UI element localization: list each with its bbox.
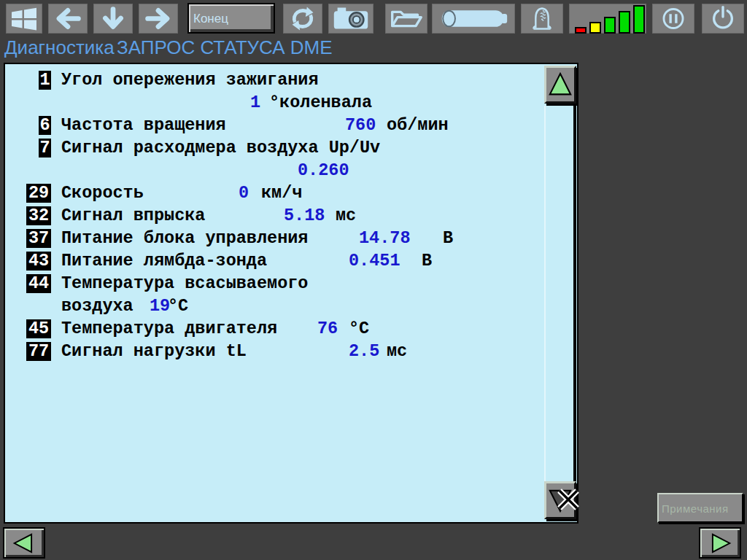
status-label: Питание лямбда-зонда — [61, 249, 267, 272]
status-row: 45Температура двигателя76°C — [5, 317, 543, 340]
signal-bar — [633, 5, 645, 34]
power-icon — [703, 4, 743, 34]
folder-icon — [386, 4, 427, 34]
status-value: 5.18 — [284, 204, 325, 227]
pause-button[interactable] — [652, 4, 694, 34]
status-row: 32Сигнал впрыска5.18мс — [5, 204, 543, 227]
status-row-number: 43 — [26, 252, 51, 271]
status-row: воздуха19°C — [5, 295, 543, 317]
status-label: Сигнал впрыска — [61, 204, 205, 227]
signal-bars-icon — [570, 4, 645, 34]
signal-level-button[interactable] — [569, 4, 646, 34]
arrow-down-icon — [94, 4, 132, 34]
status-value: 1 — [250, 91, 260, 114]
power-button[interactable] — [702, 4, 744, 34]
status-row: 1°коленвала — [5, 91, 543, 114]
windows-icon — [8, 4, 40, 34]
notes-button[interactable]: Примечания — [657, 493, 743, 523]
status-list: 1Угол опережения зажигания1°коленвала6Ча… — [5, 64, 543, 522]
cylinder-button[interactable] — [432, 4, 515, 34]
cylinder-icon — [433, 4, 514, 34]
status-value: 0 — [239, 182, 249, 204]
status-label: км/ч — [261, 182, 302, 204]
scroll-track[interactable] — [544, 106, 576, 516]
page-title-function: ЗАПРОС СТАТУСА DME — [117, 36, 333, 59]
status-row-number: 45 — [26, 319, 51, 338]
status-row: 29Скорость0км/ч — [5, 182, 543, 204]
open-file-button[interactable] — [385, 4, 427, 34]
signal-bar — [575, 27, 587, 34]
status-row: 6Частота вращения760об/мин — [5, 114, 543, 136]
breadcrumb: Диагностика ЗАПРОС СТАТУСА DME — [4, 36, 588, 60]
status-row: 1Угол опережения зажигания — [5, 69, 543, 91]
refresh-icon — [284, 4, 322, 34]
status-value: 0.451 — [349, 249, 400, 272]
status-value: 0.260 — [298, 159, 349, 182]
previous-page-button[interactable] — [3, 527, 45, 559]
status-panel: 1Угол опережения зажигания1°коленвала6Ча… — [4, 63, 578, 524]
status-label: Сигнал расходмера воздуха Up/Uv — [61, 136, 380, 159]
status-row-number: 32 — [26, 206, 51, 225]
arrow-right-icon — [139, 4, 177, 34]
status-row-number: 6 — [39, 116, 51, 135]
status-label: В — [443, 227, 453, 249]
back-button[interactable] — [48, 4, 88, 34]
probe-button[interactable] — [521, 4, 563, 34]
status-row-number: 29 — [26, 184, 51, 203]
status-row-number: 7 — [39, 139, 51, 158]
status-label: воздуха — [61, 295, 133, 317]
status-row-number: 37 — [26, 229, 51, 248]
status-value: 2.5 — [349, 340, 379, 362]
windows-menu-button[interactable] — [6, 4, 42, 34]
status-label: об/мин — [387, 114, 449, 136]
scrollbar[interactable] — [543, 64, 577, 522]
status-value: 19 — [150, 295, 170, 317]
status-label: °коленвала — [269, 91, 372, 114]
status-label: Сигнал нагрузки tL — [61, 340, 247, 362]
scroll-down-button[interactable] — [544, 481, 576, 519]
status-row-number: 77 — [26, 342, 51, 361]
status-label: мс — [387, 340, 407, 362]
status-label: Питание блока управления — [61, 227, 308, 249]
probe-icon — [522, 4, 562, 34]
status-row: 77Сигнал нагрузки tL2.5мс — [5, 340, 543, 362]
scroll-up-button[interactable] — [544, 66, 576, 104]
status-label: Частота вращения — [61, 114, 226, 136]
status-row: 7Сигнал расходмера воздуха Up/Uv — [5, 136, 543, 159]
status-label: Температура двигателя — [61, 317, 277, 340]
status-label: мс — [336, 204, 356, 227]
status-label: °C — [168, 295, 188, 317]
triangle-up-icon — [546, 70, 574, 99]
triangle-down-icon — [546, 486, 574, 515]
status-row: 44Температура всасываемого — [5, 272, 543, 295]
next-page-button[interactable] — [699, 527, 741, 559]
refresh-button[interactable] — [283, 4, 322, 34]
camera-icon — [329, 4, 373, 34]
status-row: 0.260 — [5, 159, 543, 182]
status-label: °C — [349, 317, 369, 340]
signal-bar — [589, 22, 601, 34]
status-label: Скорость — [61, 182, 144, 204]
status-row-number: 44 — [26, 274, 51, 293]
nav-right-icon — [705, 531, 735, 556]
down-button[interactable] — [93, 4, 133, 34]
forward-button[interactable] — [139, 4, 178, 34]
nav-left-icon — [9, 531, 39, 556]
status-value: 14.78 — [359, 227, 411, 249]
pause-icon — [653, 4, 694, 34]
status-row-number: 1 — [39, 71, 51, 90]
screenshot-button[interactable] — [328, 4, 374, 34]
end-button[interactable]: Конец — [187, 3, 275, 34]
signal-bar — [604, 17, 616, 34]
status-row: 37Питание блока управления14.78В — [5, 227, 543, 249]
status-label: Температура всасываемого — [61, 272, 308, 295]
status-label: Угол опережения зажигания — [61, 69, 319, 91]
status-value: 760 — [345, 114, 376, 136]
status-value: 76 — [317, 317, 338, 340]
arrow-left-icon — [49, 4, 87, 34]
status-row: 43Питание лямбда-зонда0.451В — [5, 249, 543, 272]
status-label: В — [422, 249, 432, 272]
signal-bar — [619, 11, 630, 34]
page-title-section: Диагностика — [4, 36, 115, 58]
